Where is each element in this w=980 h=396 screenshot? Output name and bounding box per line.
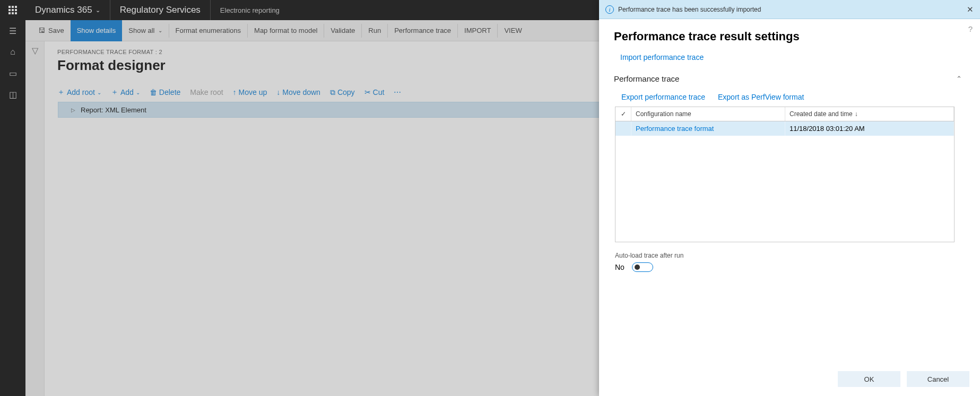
performance-trace-panel: i Performance trace has been successfull… bbox=[599, 0, 980, 396]
grid-row[interactable]: Performance trace format 11/18/2018 03:0… bbox=[615, 121, 954, 136]
export-perfview-link[interactable]: Export as PerfView format bbox=[718, 93, 804, 101]
grid-check-header[interactable]: ✓ bbox=[615, 107, 631, 121]
auto-load-toggle[interactable] bbox=[632, 262, 653, 272]
grid-row-config[interactable]: Performance trace format bbox=[631, 121, 785, 136]
performance-trace-accordion[interactable]: Performance trace ⌃ bbox=[614, 71, 965, 86]
grid-col-config[interactable]: Configuration name bbox=[631, 107, 785, 121]
grid-row-date: 11/18/2018 03:01:20 AM bbox=[785, 121, 954, 136]
sort-down-icon: ↓ bbox=[855, 110, 858, 118]
panel-footer: OK Cancel bbox=[599, 367, 980, 396]
close-icon[interactable]: ✕ bbox=[967, 5, 974, 14]
chevron-up-icon: ⌃ bbox=[956, 75, 962, 83]
panel-title: Performance trace result settings bbox=[614, 30, 965, 43]
ok-button[interactable]: OK bbox=[838, 371, 900, 387]
grid-row-check[interactable] bbox=[615, 121, 631, 136]
auto-load-value: No bbox=[615, 263, 625, 271]
trace-grid: ✓ Configuration name Created date and ti… bbox=[615, 107, 955, 242]
help-icon[interactable]: ? bbox=[968, 24, 973, 33]
auto-load-label: Auto-load trace after run bbox=[615, 252, 965, 259]
grid-empty-area bbox=[615, 136, 954, 242]
info-icon: i bbox=[605, 5, 614, 14]
info-message: Performance trace has been successfully … bbox=[618, 6, 761, 13]
grid-col-date[interactable]: Created date and time↓ bbox=[785, 107, 954, 121]
info-bar: i Performance trace has been successfull… bbox=[599, 0, 980, 19]
import-performance-trace-link[interactable]: Import performance trace bbox=[620, 53, 965, 61]
cancel-button[interactable]: Cancel bbox=[907, 371, 969, 387]
accordion-label: Performance trace bbox=[614, 74, 679, 83]
grid-col-date-label: Created date and time bbox=[790, 110, 853, 118]
export-performance-trace-link[interactable]: Export performance trace bbox=[621, 93, 705, 101]
